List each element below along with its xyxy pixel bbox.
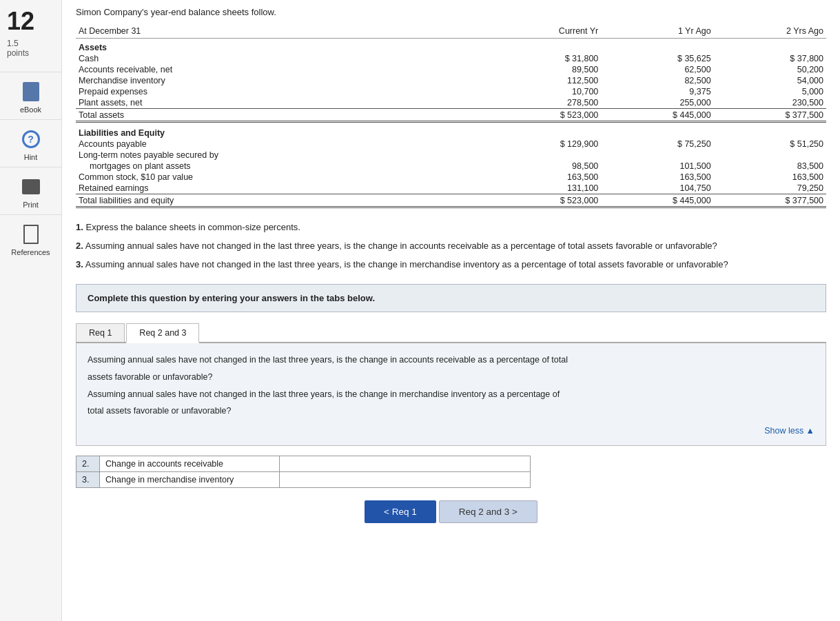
liab-cur: 98,500	[489, 161, 601, 172]
points-label: 1.5 points	[0, 39, 29, 58]
tab-req1[interactable]: Req 1	[76, 323, 125, 342]
asset-cur: $ 31,800	[489, 53, 601, 64]
asset-cur: 10,700	[489, 86, 601, 97]
hint-icon: ?	[20, 128, 42, 150]
liab-cur	[489, 150, 601, 161]
liab-y2	[714, 150, 826, 161]
header-current: Current Yr	[489, 26, 601, 39]
total-assets-label: Total assets	[76, 109, 489, 122]
total-assets-y2: $ 377,500	[714, 109, 826, 122]
answer-input-2-field[interactable]	[285, 459, 524, 469]
liab-cur: $ 129,900	[489, 139, 601, 150]
main-content: Simon Company's year-end balance sheets …	[62, 0, 840, 621]
asset-y1: 255,000	[601, 97, 713, 109]
show-less-button[interactable]: Show less ▲	[88, 424, 815, 438]
liab-y1: 163,500	[601, 172, 713, 183]
liab-row: Retained earnings 131,100 104,750 79,250	[76, 183, 826, 194]
asset-y1: $ 35,625	[601, 53, 713, 64]
answer-input-3-field[interactable]	[285, 475, 524, 485]
header-2yr: 2 Yrs Ago	[714, 26, 826, 39]
print-label: Print	[23, 201, 39, 209]
next-button[interactable]: Req 2 and 3 >	[439, 500, 537, 523]
asset-y1: 9,375	[601, 86, 713, 97]
asset-row: Accounts receivable, net 89,500 62,500 5…	[76, 64, 826, 75]
sidebar-item-ebook[interactable]: eBook	[0, 72, 61, 119]
ebook-icon	[20, 81, 42, 103]
asset-y2: $ 37,800	[714, 53, 826, 64]
answer-row-2: 2. Change in accounts receivable	[76, 456, 531, 471]
tab-line-2: assets favorable or unfavorable?	[88, 370, 815, 385]
liab-y2: 83,500	[714, 161, 826, 172]
question-1: 1. Express the balance sheets in common-…	[76, 221, 826, 235]
liab-cur: 131,100	[489, 183, 601, 194]
answer-input-2[interactable]	[280, 456, 531, 471]
tab-line-4: total assets favorable or unfavorable?	[88, 404, 815, 418]
asset-y1: 62,500	[601, 64, 713, 75]
asset-y2: 230,500	[714, 97, 826, 109]
question-number: 12	[0, 7, 34, 36]
asset-cur: 278,500	[489, 97, 601, 109]
asset-y2: 5,000	[714, 86, 826, 97]
answer-row-3: 3. Change in merchandise inventory	[76, 471, 531, 487]
liab-y1: 104,750	[601, 183, 713, 194]
tab-line-1: Assuming annual sales have not changed i…	[88, 353, 815, 367]
total-assets-cur: $ 523,000	[489, 109, 601, 122]
liab-label: mortgages on plant assets	[76, 161, 489, 172]
answer-num-3: 3.	[76, 471, 100, 487]
assets-section-header: Assets	[76, 39, 826, 54]
asset-label: Cash	[76, 53, 489, 64]
total-liab-row: Total liabilities and equity $ 523,000 $…	[76, 194, 826, 207]
liab-y1: 101,500	[601, 161, 713, 172]
answer-table: 2. Change in accounts receivable 3. Chan…	[76, 456, 531, 488]
liab-row: Accounts payable $ 129,900 $ 75,250 $ 51…	[76, 139, 826, 150]
header-1yr: 1 Yr Ago	[601, 26, 713, 39]
total-liab-label: Total liabilities and equity	[76, 194, 489, 207]
total-liab-y2: $ 377,500	[714, 194, 826, 207]
questions-section: 1. Express the balance sheets in common-…	[76, 221, 826, 272]
liab-y1: $ 75,250	[601, 139, 713, 150]
complete-box: Complete this question by entering your …	[76, 284, 826, 312]
total-liab-cur: $ 523,000	[489, 194, 601, 207]
liab-y2: $ 51,250	[714, 139, 826, 150]
asset-label: Accounts receivable, net	[76, 64, 489, 75]
references-icon	[20, 223, 42, 245]
bottom-nav: < Req 1 Req 2 and 3 >	[76, 500, 826, 523]
table-header-row: At December 31 Current Yr 1 Yr Ago 2 Yrs…	[76, 26, 826, 39]
liab-y1	[601, 150, 713, 161]
prev-button[interactable]: < Req 1	[365, 500, 436, 523]
complete-box-text: Complete this question by entering your …	[88, 293, 375, 303]
tab-content-req2and3: Assuming annual sales have not changed i…	[76, 343, 826, 445]
references-label: References	[11, 248, 50, 256]
total-liab-y1: $ 445,000	[601, 194, 713, 207]
asset-row: Merchandise inventory 112,500 82,500 54,…	[76, 75, 826, 86]
header-label: At December 31	[76, 26, 489, 39]
sidebar-item-print[interactable]: Print	[0, 167, 61, 214]
ebook-label: eBook	[20, 105, 41, 114]
asset-label: Merchandise inventory	[76, 75, 489, 86]
liab-label: Common stock, $10 par value	[76, 172, 489, 183]
answer-label-3: Change in merchandise inventory	[100, 471, 280, 487]
sidebar: 12 1.5 points eBook ? Hint Print	[0, 0, 62, 621]
asset-label: Plant assets, net	[76, 97, 489, 109]
tab-req2and3[interactable]: Req 2 and 3	[126, 323, 199, 343]
asset-row: Plant assets, net 278,500 255,000 230,50…	[76, 97, 826, 109]
liab-row: Long-term notes payable secured by	[76, 150, 826, 161]
answer-label-2: Change in accounts receivable	[100, 456, 280, 471]
asset-row: Prepaid expenses 10,700 9,375 5,000	[76, 86, 826, 97]
balance-sheet-table: At December 31 Current Yr 1 Yr Ago 2 Yrs…	[76, 26, 826, 208]
asset-cur: 89,500	[489, 64, 601, 75]
tabs-container: Req 1 Req 2 and 3	[76, 323, 826, 343]
liab-row: Common stock, $10 par value 163,500 163,…	[76, 172, 826, 183]
sidebar-item-references[interactable]: References	[0, 214, 61, 262]
answer-input-3[interactable]	[280, 471, 531, 487]
liab-label: Retained earnings	[76, 183, 489, 194]
asset-y2: 54,000	[714, 75, 826, 86]
liab-section-header: Liabilities and Equity	[76, 122, 826, 139]
total-assets-y1: $ 445,000	[601, 109, 713, 122]
question-3: 3. Assuming annual sales have not change…	[76, 258, 826, 272]
asset-y2: 50,200	[714, 64, 826, 75]
assets-label: Assets	[76, 39, 489, 54]
sidebar-item-hint[interactable]: ? Hint	[0, 119, 61, 167]
asset-label: Prepaid expenses	[76, 86, 489, 97]
question-2: 2. Assuming annual sales have not change…	[76, 239, 826, 254]
